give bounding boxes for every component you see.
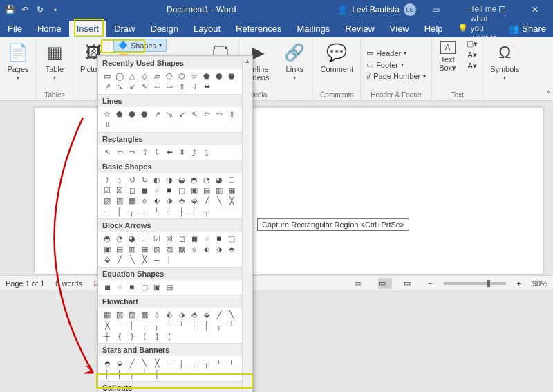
word-count[interactable]: 0 words xyxy=(55,279,82,288)
shape-item[interactable]: ◊ xyxy=(138,196,151,206)
shape-item[interactable]: ◼ xyxy=(138,185,151,196)
comment-button[interactable]: 💬 Comment xyxy=(316,39,357,76)
shape-item[interactable]: ⬣ xyxy=(225,71,238,82)
shape-item[interactable]: ☑ xyxy=(151,234,163,244)
shape-item[interactable]: ▦ xyxy=(101,310,113,320)
shape-item[interactable]: ╱ xyxy=(200,196,213,206)
shape-item[interactable]: ◽ xyxy=(200,234,213,244)
shape-item[interactable]: ◓ xyxy=(101,234,113,244)
shape-item[interactable]: │ xyxy=(126,320,138,330)
pages-button[interactable]: 📄 Pages ▾ xyxy=(3,39,33,84)
redo-icon[interactable]: ↻ xyxy=(35,4,46,15)
table-button[interactable]: ▦ Table ▾ xyxy=(39,39,70,84)
shape-item[interactable]: ╲ xyxy=(126,254,138,265)
shape-item[interactable]: ⬘ xyxy=(188,310,200,320)
shape-item[interactable]: ┌ xyxy=(188,358,200,368)
tab-layout[interactable]: Layout xyxy=(186,21,228,37)
read-mode-button[interactable]: ▭ xyxy=(353,278,367,289)
shape-item[interactable]: ◻ xyxy=(126,185,138,196)
shape-item[interactable]: ] xyxy=(151,330,163,341)
shape-item[interactable]: ╳ xyxy=(101,320,113,330)
undo-icon[interactable]: ↶ xyxy=(19,4,30,15)
shape-item[interactable]: ◔ xyxy=(113,234,126,244)
scroll-up-icon[interactable]: ▲ xyxy=(243,56,252,66)
shape-item[interactable]: ◐ xyxy=(151,175,163,185)
shape-item[interactable]: ▤ xyxy=(163,282,176,292)
drop-cap-button[interactable]: A▾ xyxy=(465,61,480,71)
shape-item[interactable]: ⬣ xyxy=(138,109,151,120)
shape-item[interactable]: ⬟ xyxy=(200,71,213,82)
shape-item[interactable]: ⬙ xyxy=(101,254,113,265)
quick-parts-button[interactable]: ▢▾ xyxy=(465,39,480,49)
shape-item[interactable]: ◾ xyxy=(163,185,176,196)
textbox-button[interactable]: A TextBox▾ xyxy=(435,39,460,75)
shape-item[interactable]: ⤵ xyxy=(200,147,213,158)
shape-item[interactable]: │ xyxy=(113,206,126,216)
collapse-ribbon-icon[interactable]: ˄ xyxy=(547,90,550,97)
shape-item[interactable]: ◯ xyxy=(113,71,126,82)
shape-item[interactable]: ◊ xyxy=(188,244,200,254)
shape-item[interactable]: ├ xyxy=(101,368,113,379)
shape-item[interactable]: ▨ xyxy=(113,196,126,206)
shape-item[interactable]: ☆ xyxy=(188,71,200,82)
shape-item[interactable]: ⬘ xyxy=(101,358,113,368)
shape-item[interactable]: ╲ xyxy=(138,358,151,368)
shape-item[interactable]: ◕ xyxy=(213,175,225,185)
shape-item[interactable]: ◇ xyxy=(138,71,151,82)
shape-item[interactable]: ⬙ xyxy=(113,358,126,368)
shape-item[interactable]: ⇦ xyxy=(200,109,213,120)
shape-item[interactable]: ┌ xyxy=(126,206,138,216)
shape-item[interactable]: ⬡ xyxy=(176,71,188,82)
save-icon[interactable]: 💾 xyxy=(4,4,15,15)
zoom-out-button[interactable]: − xyxy=(428,279,432,288)
shape-item[interactable]: ☒ xyxy=(113,185,126,196)
shape-item[interactable]: ▨ xyxy=(163,244,176,254)
shape-item[interactable]: ⇦ xyxy=(151,82,163,92)
dropdown-scrollbar[interactable]: ▲ ▼ xyxy=(242,56,252,392)
shape-item[interactable]: ▢ xyxy=(176,185,188,196)
shape-item[interactable]: ⬖ xyxy=(151,196,163,206)
shape-item[interactable]: ↘ xyxy=(113,82,126,92)
shape-item[interactable]: ┬ xyxy=(213,320,225,330)
shape-item[interactable]: ⬢ xyxy=(126,109,138,120)
shape-item[interactable]: } xyxy=(126,330,138,341)
shape-item[interactable]: ◊ xyxy=(151,310,163,320)
shape-item[interactable]: ⇩ xyxy=(101,120,113,130)
tab-mailings[interactable]: Mailings xyxy=(290,21,338,37)
shape-item[interactable]: ╳ xyxy=(151,358,163,368)
shape-item[interactable]: ↖ xyxy=(188,109,200,120)
shape-item[interactable]: ⬠ xyxy=(163,71,176,82)
shape-item[interactable]: △ xyxy=(126,71,138,82)
shape-item[interactable]: ◒ xyxy=(176,175,188,185)
shape-item[interactable]: ⇨ xyxy=(126,147,138,158)
shape-item[interactable]: ☑ xyxy=(101,185,113,196)
shape-item[interactable]: ┼ xyxy=(101,330,113,341)
shape-item[interactable]: ( xyxy=(163,330,176,341)
shape-item[interactable]: ↺ xyxy=(126,175,138,185)
shape-item[interactable]: ⇩ xyxy=(188,82,200,92)
shape-item[interactable]: ◓ xyxy=(188,175,200,185)
tab-draw[interactable]: Draw xyxy=(106,21,142,37)
shape-item[interactable]: ⬙ xyxy=(188,196,200,206)
shape-item[interactable]: ⬖ xyxy=(200,244,213,254)
shape-item[interactable]: │ xyxy=(163,254,176,265)
share-button[interactable]: 👥 Share xyxy=(501,21,553,37)
shape-item[interactable]: ⤴ xyxy=(188,147,200,158)
shape-item[interactable]: ▦ xyxy=(225,185,238,196)
shape-item[interactable]: ◾ xyxy=(126,282,138,292)
shape-item[interactable]: ⬟ xyxy=(113,109,126,120)
shape-item[interactable]: ┐ xyxy=(138,206,151,216)
shape-item[interactable]: ▥ xyxy=(126,244,138,254)
shape-item[interactable]: ▥ xyxy=(213,185,225,196)
zoom-in-button[interactable]: + xyxy=(517,279,521,288)
tab-insert[interactable]: Insert xyxy=(69,21,107,37)
footer-button[interactable]: ▭ Footer ▾ xyxy=(364,59,406,70)
shape-item[interactable]: ↖ xyxy=(138,82,151,92)
shape-item[interactable]: ↙ xyxy=(176,109,188,120)
shape-item[interactable]: ┴ xyxy=(225,320,238,330)
shape-item[interactable]: ⬍ xyxy=(176,147,188,158)
shape-item[interactable]: ┘ xyxy=(163,206,176,216)
shape-item[interactable]: ⇧ xyxy=(225,109,238,120)
header-button[interactable]: ▭ Header ▾ xyxy=(364,48,409,58)
zoom-level[interactable]: 90% xyxy=(532,279,547,288)
